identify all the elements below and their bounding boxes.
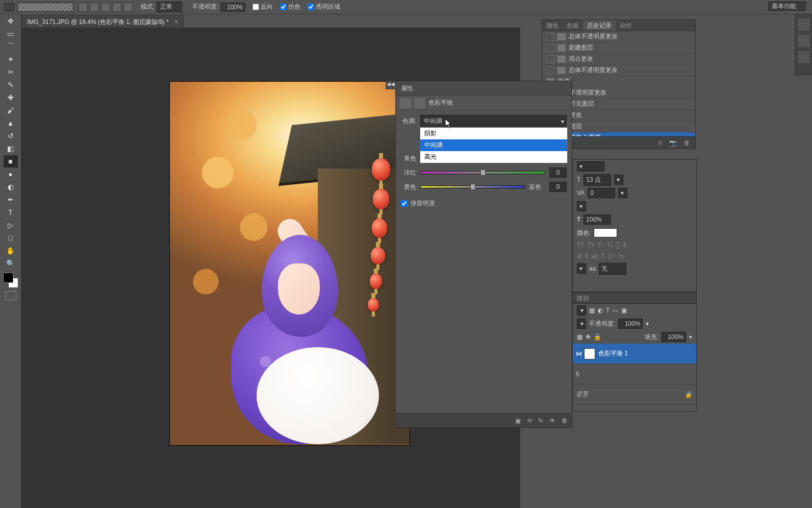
dock-icon[interactable]	[798, 35, 810, 47]
history-item[interactable]: 混合更改	[542, 54, 695, 65]
lock-position-icon[interactable]: ✥	[586, 333, 591, 341]
zoom-tool[interactable]: 🔍	[4, 257, 18, 270]
layer-row[interactable]: 5	[573, 364, 696, 384]
dock-icon[interactable]	[798, 18, 810, 31]
lang-select[interactable]: ▾	[577, 263, 586, 274]
reset-icon[interactable]: ↻	[538, 417, 543, 424]
new-snapshot-icon[interactable]: 📷	[669, 139, 677, 147]
reverse-checkbox[interactable]: 反向	[247, 3, 275, 11]
heal-tool[interactable]: ✚	[4, 91, 18, 104]
dock-icon[interactable]	[798, 51, 810, 63]
shape-tool[interactable]: □	[4, 232, 18, 244]
document-tab[interactable]: IMG_3171.JPG @ 18.4% (色彩平衡 1, 图层蒙版/8) * …	[21, 15, 184, 29]
yellow-blue-slider[interactable]	[420, 185, 525, 188]
font-family-select[interactable]: ▾	[577, 161, 604, 172]
baseline-select[interactable]: ▾	[577, 201, 586, 211]
type-tool[interactable]: T	[4, 206, 18, 219]
text-color-swatch[interactable]	[594, 228, 617, 237]
font-size-field[interactable]: 13 点	[583, 174, 611, 186]
tab-color[interactable]: 颜色	[542, 20, 563, 31]
tone-option-midtones[interactable]: 中间调	[420, 139, 567, 151]
gradient-angle-icon[interactable]	[101, 3, 110, 12]
allcaps-icon[interactable]: TT	[577, 241, 585, 249]
lock-pixels-icon[interactable]: ▦	[577, 333, 582, 341]
tracking-select[interactable]: ▾	[618, 188, 627, 198]
transparency-checkbox[interactable]: 透明区域	[302, 3, 342, 11]
eyedropper-tool[interactable]: ✎	[4, 79, 18, 91]
layer-row-background[interactable]: 背景 🔒	[573, 384, 696, 405]
strike-icon[interactable]: T̶	[623, 241, 626, 249]
previous-icon[interactable]: ⟲	[527, 417, 532, 424]
fill-flyout-icon[interactable]: ▾	[689, 333, 692, 341]
wand-tool[interactable]: ✶	[4, 53, 18, 65]
trash-icon[interactable]: 🗑	[562, 417, 568, 424]
filter-select[interactable]: ▾	[577, 305, 586, 316]
blend-mode-select[interactable]: ▾	[577, 319, 586, 329]
collapse-icon[interactable]: ◀◀	[386, 81, 396, 89]
underline-icon[interactable]: T̲	[616, 241, 620, 249]
opacity-value[interactable]: 100%	[221, 3, 245, 12]
clip-icon[interactable]: ▣	[515, 417, 521, 424]
gradient-reflected-icon[interactable]	[112, 3, 121, 12]
tracking-field[interactable]: 0	[588, 188, 615, 198]
scale-field[interactable]: 100%	[583, 214, 611, 225]
quickmask-toggle[interactable]	[5, 291, 16, 300]
tone-option-highlights[interactable]: 高光	[420, 151, 567, 163]
tab-actions[interactable]: 动作	[616, 20, 636, 31]
layer-row[interactable]: ⋈ 色彩平衡 1	[573, 344, 696, 364]
dodge-tool[interactable]: ◐	[4, 181, 18, 193]
eraser-tool[interactable]: ◧	[4, 142, 18, 155]
filter-adjust-icon[interactable]: ◐	[598, 307, 603, 314]
crop-tool[interactable]: ✂	[4, 66, 18, 78]
color-swatches[interactable]	[3, 273, 18, 288]
history-brush-tool[interactable]: ↺	[4, 130, 18, 142]
fill-field[interactable]: 100%	[662, 332, 686, 342]
gradient-radial-icon[interactable]	[90, 3, 99, 12]
mode-select[interactable]: 正常	[157, 2, 182, 12]
stamp-tool[interactable]: ▲	[4, 117, 18, 129]
lasso-tool[interactable]: ⌒	[4, 40, 18, 53]
preserve-luminosity-checkbox[interactable]: 保留明度	[401, 199, 567, 208]
blur-tool[interactable]: ●	[4, 168, 18, 180]
smallcaps-icon[interactable]: Tᴛ	[588, 241, 595, 249]
brush-tool[interactable]: 🖌	[4, 104, 18, 116]
history-item[interactable]: 总体不透明度更改	[542, 65, 695, 76]
aa-select[interactable]: 无	[599, 263, 626, 275]
leading-select[interactable]: ▾	[614, 175, 623, 185]
pen-tool[interactable]: ✒	[4, 193, 18, 206]
mask-icon[interactable]	[414, 98, 425, 108]
magenta-green-slider[interactable]	[420, 171, 545, 174]
hand-tool[interactable]: ✋	[4, 245, 18, 257]
foreground-swatch[interactable]	[4, 3, 14, 11]
adjustment-icon[interactable]	[400, 98, 411, 108]
trash-icon[interactable]: 🗑	[684, 139, 690, 147]
dither-checkbox[interactable]: 仿色	[275, 3, 302, 11]
move-tool[interactable]: ✥	[4, 15, 18, 27]
filter-smart-icon[interactable]: ▣	[621, 307, 627, 314]
subscript-icon[interactable]: T₁	[606, 241, 613, 249]
lock-all-icon[interactable]: 🔒	[594, 333, 601, 341]
opacity-flyout-icon[interactable]: ▾	[646, 320, 649, 327]
gradient-diamond-icon[interactable]	[123, 3, 133, 12]
tab-swatches[interactable]: 色板	[563, 20, 583, 31]
tone-option-shadows[interactable]: 阴影	[420, 128, 567, 139]
visibility-icon[interactable]: 👁	[549, 417, 555, 424]
gradient-preview[interactable]	[17, 3, 73, 12]
filter-pixel-icon[interactable]: ▦	[589, 307, 595, 314]
history-item[interactable]: 新建图层	[542, 42, 695, 54]
tone-select[interactable]: 中间调▾	[420, 115, 567, 128]
yellow-blue-value[interactable]: 0	[549, 182, 567, 192]
tab-paths[interactable]: 路径	[573, 293, 593, 303]
filter-shape-icon[interactable]: ▭	[613, 307, 618, 314]
filter-type-icon[interactable]: T	[606, 307, 610, 314]
magenta-green-value[interactable]: 0	[549, 167, 567, 178]
marquee-tool[interactable]: ▭	[4, 28, 18, 40]
tab-history[interactable]: 历史记录	[583, 20, 616, 31]
gradient-linear-icon[interactable]	[79, 3, 88, 12]
layer-opacity-field[interactable]: 100%	[618, 319, 643, 329]
gradient-tool[interactable]: ■	[4, 155, 18, 167]
link-icon[interactable]: ⋈	[576, 350, 582, 357]
workspace-select[interactable]: 基本功能	[768, 2, 806, 11]
superscript-icon[interactable]: T¹	[598, 241, 603, 249]
history-item[interactable]: 总体不透明度更改	[542, 31, 695, 42]
